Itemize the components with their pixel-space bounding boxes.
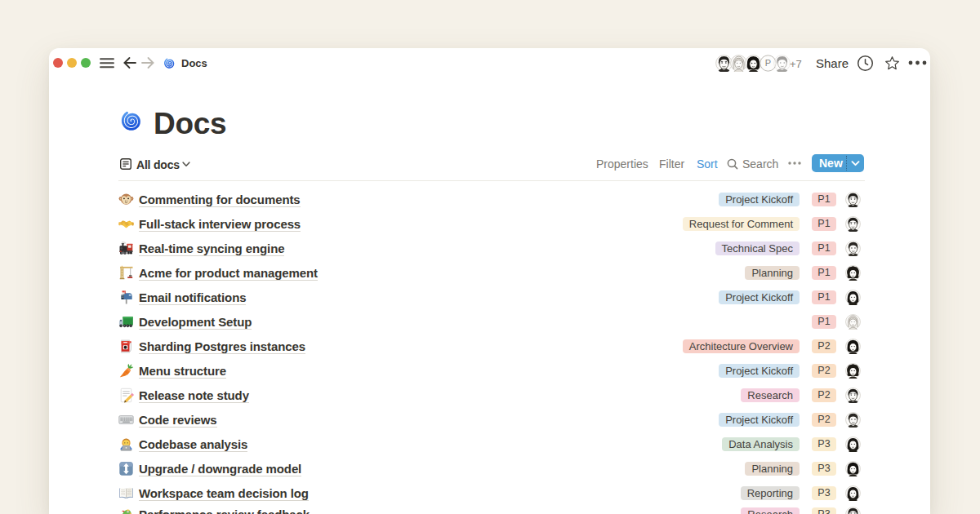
svg-text:P: P (765, 58, 771, 68)
